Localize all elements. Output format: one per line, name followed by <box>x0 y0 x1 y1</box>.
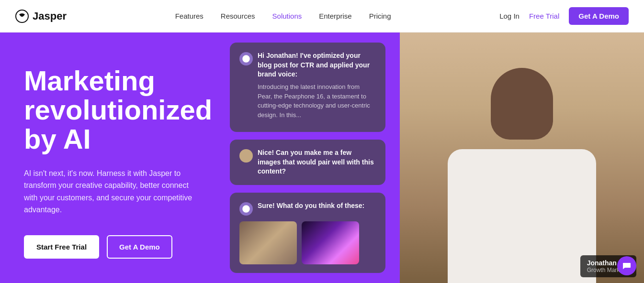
ai-generated-image-2 <box>302 221 359 264</box>
person-shirt <box>448 149 596 283</box>
hero-headline: Marketing revolutionized by AI <box>24 66 201 154</box>
chat-bubble-3-title: Sure! What do you think of these: <box>258 201 376 211</box>
jasper-ai-icon-2 <box>239 202 253 216</box>
nav-enterprise[interactable]: Enterprise <box>319 12 351 20</box>
chat-bubble-2-text: Nice! Can you make me a few images that … <box>258 148 376 176</box>
hero-person-photo: Jonathan Growth Marketer <box>400 33 644 283</box>
nav-solutions[interactable]: Solutions <box>272 12 302 20</box>
chat-bubble-1: Hi Jonathan! I've optimized your blog po… <box>230 43 385 132</box>
chat-bubble-1-title: Hi Jonathan! I've optimized your blog po… <box>258 51 376 79</box>
chat-images <box>239 221 376 264</box>
chat-bubble-2-inner: Nice! Can you make me a few images that … <box>239 148 376 176</box>
chat-bubble-1-body: Introducing the latest innovation from P… <box>258 82 376 120</box>
chat-bubble-1-content: Hi Jonathan! I've optimized your blog po… <box>258 51 376 120</box>
free-trial-link[interactable]: Free Trial <box>529 12 559 20</box>
get-demo-hero-button[interactable]: Get A Demo <box>107 235 172 259</box>
logo-text: Jasper <box>33 10 67 22</box>
ai-icon-svg-2 <box>242 205 250 213</box>
hero-buttons: Start Free Trial Get A Demo <box>24 235 201 259</box>
hero-subtext: AI isn't next, it's now. Harness it with… <box>24 167 196 216</box>
person-head <box>491 68 553 140</box>
user-avatar <box>239 149 253 163</box>
hero-left: Marketing revolutionized by AI AI isn't … <box>0 33 220 283</box>
person-figure <box>421 73 622 283</box>
chat-bubble-3: Sure! What do you think of these: <box>230 193 385 273</box>
chat-bubble-icon <box>622 261 632 271</box>
nav-actions: Log In Free Trial Get A Demo <box>499 7 629 25</box>
hero-chat-area: Hi Jonathan! I've optimized your blog po… <box>220 33 400 283</box>
nav-links: Features Resources Solutions Enterprise … <box>175 12 391 20</box>
get-demo-nav-button[interactable]: Get A Demo <box>569 7 629 25</box>
jasper-logo-icon <box>15 10 29 23</box>
ai-generated-image-1 <box>239 221 297 264</box>
nav-features[interactable]: Features <box>175 12 203 20</box>
chat-bubble-2: Nice! Can you make me a few images that … <box>230 140 385 185</box>
logo[interactable]: Jasper <box>15 10 67 23</box>
nav-pricing[interactable]: Pricing <box>369 12 391 20</box>
ai-icon-svg <box>242 55 250 63</box>
jasper-ai-icon <box>239 52 253 65</box>
chat-bubble-1-header: Hi Jonathan! I've optimized your blog po… <box>239 51 376 120</box>
nav-resources[interactable]: Resources <box>221 12 255 20</box>
start-free-trial-button[interactable]: Start Free Trial <box>24 235 99 259</box>
chat-support-button[interactable] <box>617 256 636 275</box>
hero-section: Marketing revolutionized by AI AI isn't … <box>0 33 644 283</box>
login-link[interactable]: Log In <box>499 12 520 20</box>
navbar: Jasper Features Resources Solutions Ente… <box>0 0 644 33</box>
svg-point-2 <box>244 153 248 157</box>
chat-bubble-3-content: Sure! What do you think of these: <box>258 201 376 211</box>
chat-bubble-3-header: Sure! What do you think of these: <box>239 201 376 216</box>
